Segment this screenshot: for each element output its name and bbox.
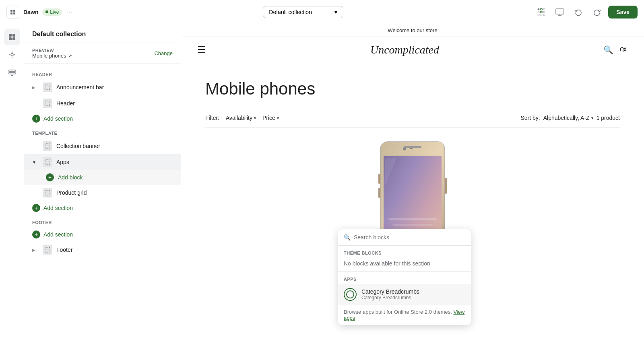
sort-dropdown[interactable]: Alphabetically, A-Z ▾ — [543, 115, 593, 121]
add-section-rail-icon[interactable] — [4, 64, 20, 80]
section-icon — [43, 82, 52, 92]
theme-blocks-label: THEME BLOCKS — [338, 246, 471, 258]
back-button[interactable] — [6, 6, 19, 19]
svg-rect-4 — [538, 8, 539, 10]
svg-rect-18 — [9, 37, 12, 40]
section-icon — [43, 141, 52, 151]
add-section-header-button[interactable]: + Add section — [24, 111, 181, 126]
sidebar-item-apps[interactable]: ▼ Apps — [24, 154, 181, 170]
expand-toggle: ▶ — [32, 248, 39, 252]
svg-rect-45 — [392, 224, 433, 226]
change-link[interactable]: Change — [154, 50, 173, 56]
grid-select-icon — [537, 8, 546, 16]
svg-rect-40 — [404, 146, 421, 148]
svg-rect-11 — [541, 14, 542, 16]
svg-rect-1 — [13, 10, 15, 12]
footer-group-label: FOOTER — [24, 215, 181, 227]
svg-rect-2 — [10, 12, 12, 14]
block-icon-inner — [346, 290, 354, 298]
collection-title: Mobile phones — [205, 79, 620, 99]
svg-rect-9 — [543, 11, 545, 13]
nav-icons: 🔍 🛍 — [603, 45, 628, 55]
section-icon — [43, 99, 52, 108]
svg-rect-6 — [543, 8, 545, 10]
svg-point-20 — [11, 53, 13, 56]
more-button[interactable]: ··· — [66, 8, 72, 16]
chevron-down-icon: ▾ — [277, 116, 279, 120]
chevron-down-icon: ▾ — [254, 116, 256, 120]
preview-value: Mobile phones ↗ — [32, 53, 72, 59]
svg-rect-5 — [541, 8, 542, 10]
topbar-left: Dawn Live ··· — [6, 6, 72, 19]
customize-icon[interactable] — [4, 47, 20, 63]
sidebar-item-product-grid[interactable]: Product grid — [24, 185, 181, 201]
add-block-button[interactable]: + Add block — [24, 170, 181, 185]
section-icon — [43, 157, 52, 167]
external-link-icon: ↗ — [68, 53, 72, 59]
plus-circle-icon: + — [46, 173, 54, 181]
nav-menu-icon[interactable]: ☰ — [197, 44, 206, 56]
svg-rect-42 — [378, 174, 380, 184]
undo-button[interactable] — [571, 5, 586, 19]
block-sub: Category Breadcrumbs — [361, 295, 419, 300]
topbar-right: Save — [534, 5, 638, 19]
sort-bar: Sort by: Alphabetically, A-Z ▾ 1 product — [520, 115, 620, 121]
plus-circle-icon: + — [32, 115, 40, 123]
svg-rect-7 — [538, 11, 539, 13]
store-announcement: Welcome to our store — [181, 24, 644, 37]
no-blocks-message: No blocks available for this section. — [338, 258, 471, 272]
store-name: Dawn — [23, 9, 38, 15]
svg-rect-29 — [45, 85, 50, 90]
svg-rect-32 — [45, 160, 50, 165]
svg-rect-12 — [543, 14, 545, 16]
chevron-down-icon: ▾ — [591, 116, 593, 120]
redo-button[interactable] — [590, 5, 604, 19]
search-nav-icon[interactable]: 🔍 — [603, 45, 613, 55]
sidebar-item-header[interactable]: Header — [24, 95, 181, 111]
save-button[interactable]: Save — [608, 6, 638, 19]
block-icon — [344, 288, 357, 301]
apps-label: APPS — [338, 272, 471, 284]
sidebar-item-announcement-bar[interactable]: ▶ Announcement bar — [24, 79, 181, 95]
collapse-toggle: ▼ — [32, 160, 39, 165]
svg-rect-26 — [9, 72, 15, 74]
product-count: 1 product — [597, 115, 620, 121]
svg-rect-34 — [45, 247, 50, 252]
svg-rect-10 — [538, 14, 539, 16]
svg-rect-19 — [12, 37, 15, 40]
desktop-button[interactable] — [553, 5, 567, 19]
add-section-footer-button[interactable]: + Add section — [24, 227, 181, 242]
filter-label: Filter: — [205, 115, 219, 121]
collection-dropdown[interactable]: Default collection ▾ — [263, 6, 343, 18]
availability-filter[interactable]: Availability ▾ — [226, 115, 256, 121]
preview-section: PREVIEW Mobile phones ↗ Change — [24, 43, 181, 64]
live-badge: Live — [42, 8, 62, 16]
add-section-template-button[interactable]: + Add section — [24, 201, 181, 215]
svg-rect-8 — [541, 11, 542, 13]
sidebar-item-collection-banner[interactable]: Collection banner — [24, 138, 181, 154]
category-breadcrumbs-item[interactable]: Category Breadcrumbs Category Breadcrumb… — [338, 284, 471, 305]
back-icon — [10, 9, 16, 15]
undo-icon — [574, 8, 582, 16]
sidebar-item-footer[interactable]: ▶ Footer — [24, 242, 181, 258]
grid-select-button[interactable] — [534, 5, 549, 19]
price-filter[interactable]: Price ▾ — [262, 115, 279, 121]
sections-icon[interactable] — [4, 29, 20, 45]
svg-rect-31 — [45, 144, 50, 148]
browse-apps-text: Browse apps built for Online Store 2.0 t… — [338, 305, 471, 325]
sidebar-header: Default collection — [24, 24, 181, 43]
svg-rect-41 — [445, 178, 447, 194]
section-icon — [43, 245, 52, 255]
search-icon: 🔍 — [344, 234, 351, 241]
cart-nav-icon[interactable]: 🛍 — [620, 45, 628, 55]
preview-area: Welcome to our store ☰ Uncomplicated 🔍 🛍… — [181, 24, 644, 362]
store-logo: Uncomplicated — [370, 43, 439, 56]
icon-rail — [0, 24, 24, 362]
plus-circle-icon: + — [32, 230, 40, 239]
svg-rect-3 — [13, 12, 15, 14]
block-info: Category Breadcrumbs Category Breadcrumb… — [361, 288, 419, 300]
preview-label: PREVIEW — [32, 48, 72, 53]
svg-rect-16 — [9, 34, 12, 37]
filter-bar: Filter: Availability ▾ Price ▾ Sort by: … — [205, 108, 620, 128]
search-blocks-input[interactable] — [354, 234, 465, 241]
